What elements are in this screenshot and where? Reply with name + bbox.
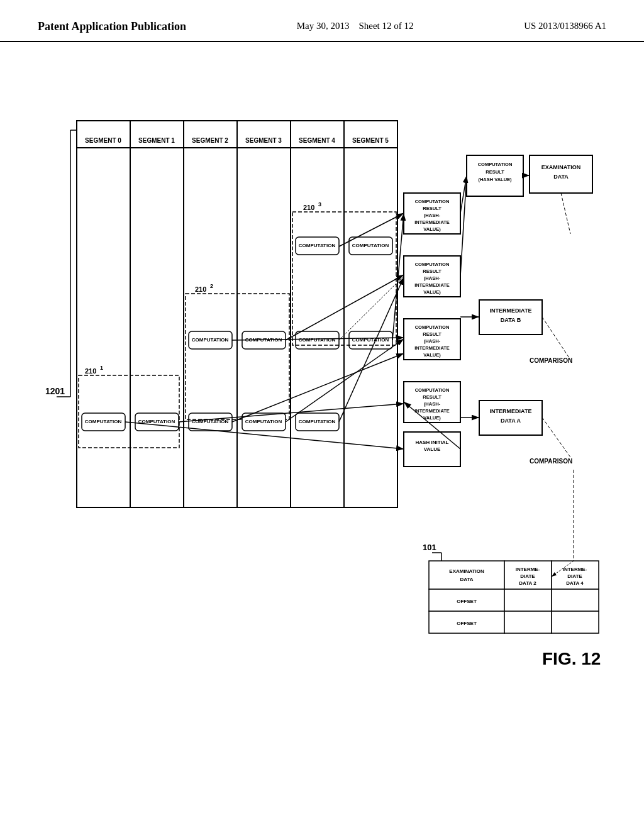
svg-text:DATA: DATA — [460, 577, 473, 582]
svg-text:INTERMEDIATE: INTERMEDIATE — [414, 345, 450, 351]
diagram-svg: 1201 SEGMENT 0 SEGMENT 1 SEGMENT 2 SEGME… — [39, 67, 605, 759]
svg-text:(HASH VALUE): (HASH VALUE) — [478, 177, 512, 182]
svg-line-130 — [460, 175, 467, 276]
svg-text:101: 101 — [423, 543, 436, 552]
svg-text:210: 210 — [85, 367, 96, 375]
svg-text:COMPUTATION: COMPUTATION — [192, 337, 229, 343]
svg-text:OFFSET: OFFSET — [457, 621, 477, 626]
svg-text:VALUE): VALUE) — [423, 226, 441, 232]
svg-rect-116 — [504, 611, 552, 633]
svg-text:VALUE): VALUE) — [423, 352, 441, 358]
svg-text:COMPUTATION: COMPUTATION — [245, 419, 282, 424]
svg-text:VALUE): VALUE) — [423, 289, 441, 295]
svg-text:RESULT: RESULT — [423, 394, 441, 400]
svg-text:COMPUTATION: COMPUTATION — [415, 387, 450, 393]
svg-rect-19 — [344, 121, 397, 507]
svg-text:INTERMEDIATE: INTERMEDIATE — [490, 307, 532, 314]
svg-text:FIG. 12: FIG. 12 — [542, 649, 601, 668]
svg-text:(HASH-: (HASH- — [424, 338, 441, 344]
page-header: Patent Application Publication May 30, 2… — [0, 0, 644, 42]
svg-text:210: 210 — [195, 285, 206, 293]
svg-text:EXAMINATION: EXAMINATION — [449, 568, 484, 574]
header-center: May 30, 2013 Sheet 12 of 12 — [297, 19, 414, 33]
svg-text:COMPARISON: COMPARISON — [530, 357, 572, 364]
svg-text:(HASH-: (HASH- — [424, 401, 441, 407]
svg-text:RESULT: RESULT — [423, 206, 441, 211]
svg-text:COMPUTATION: COMPUTATION — [85, 419, 122, 424]
svg-text:COMPUTATION: COMPUTATION — [352, 243, 389, 248]
svg-text:DATA A: DATA A — [501, 418, 521, 424]
svg-text:INTERMEDIATE: INTERMEDIATE — [414, 282, 450, 288]
svg-text:OFFSET: OFFSET — [457, 599, 477, 604]
svg-text:INTERMEDIATE: INTERMEDIATE — [414, 408, 450, 414]
svg-rect-112 — [504, 589, 552, 611]
diagram-area: 1201 SEGMENT 0 SEGMENT 1 SEGMENT 2 SEGME… — [39, 67, 605, 759]
svg-text:RESULT: RESULT — [486, 169, 504, 175]
svg-rect-13 — [237, 121, 291, 507]
svg-line-134 — [542, 418, 570, 457]
svg-rect-99 — [429, 561, 504, 589]
svg-text:SEGMENT 2: SEGMENT 2 — [192, 137, 228, 144]
svg-text:DATA B: DATA B — [501, 317, 521, 323]
svg-text:VALUE: VALUE — [424, 446, 441, 452]
svg-text:INTERME-: INTERME- — [516, 567, 540, 572]
svg-line-135 — [542, 317, 570, 360]
svg-text:DIATE: DIATE — [520, 573, 535, 579]
svg-text:DATA 4: DATA 4 — [566, 580, 584, 586]
svg-text:RESULT: RESULT — [423, 331, 441, 337]
svg-text:2: 2 — [210, 283, 213, 289]
svg-text:COMPUTATION: COMPUTATION — [415, 262, 450, 267]
svg-text:EXAMINATION: EXAMINATION — [541, 164, 580, 170]
svg-text:INTERMEDIATE: INTERMEDIATE — [414, 219, 450, 225]
svg-text:HASH INITIAL: HASH INITIAL — [416, 440, 449, 445]
svg-rect-113 — [552, 589, 599, 611]
svg-text:3: 3 — [318, 201, 321, 208]
svg-line-136 — [561, 193, 570, 234]
svg-text:(HASH-: (HASH- — [424, 275, 441, 281]
svg-text:SEGMENT 3: SEGMENT 3 — [245, 137, 282, 144]
svg-text:COMPARISON: COMPARISON — [530, 458, 572, 465]
svg-text:1201: 1201 — [45, 386, 65, 396]
svg-text:210: 210 — [303, 204, 314, 211]
svg-text:(HASH-: (HASH- — [424, 213, 441, 218]
svg-text:INTERME-: INTERME- — [563, 567, 587, 572]
svg-rect-16 — [291, 121, 344, 507]
svg-text:DATA: DATA — [553, 174, 569, 180]
svg-text:SEGMENT 0: SEGMENT 0 — [85, 137, 121, 144]
svg-text:1: 1 — [100, 365, 103, 371]
svg-text:SEGMENT 4: SEGMENT 4 — [299, 137, 335, 144]
svg-text:COMPUTATION: COMPUTATION — [299, 243, 336, 248]
svg-rect-7 — [130, 121, 184, 507]
header-right: US 2013/0138966 A1 — [524, 19, 606, 33]
svg-text:COMPUTATION: COMPUTATION — [299, 419, 336, 424]
svg-text:COMPUTATION: COMPUTATION — [299, 337, 336, 343]
svg-text:DIATE: DIATE — [567, 573, 582, 579]
svg-rect-10 — [184, 121, 237, 507]
svg-text:DATA 2: DATA 2 — [519, 580, 536, 586]
header-left: Patent Application Publication — [38, 19, 186, 35]
svg-text:COMPUTATION: COMPUTATION — [478, 162, 513, 167]
svg-text:SEGMENT 1: SEGMENT 1 — [138, 137, 175, 144]
svg-text:COMPUTATION: COMPUTATION — [415, 199, 450, 204]
svg-rect-4 — [77, 121, 130, 507]
svg-text:INTERMEDIATE: INTERMEDIATE — [490, 408, 532, 414]
svg-text:COMPUTATION: COMPUTATION — [415, 324, 450, 330]
svg-text:RESULT: RESULT — [423, 268, 441, 274]
svg-rect-117 — [552, 611, 599, 633]
svg-text:SEGMENT 5: SEGMENT 5 — [352, 137, 389, 144]
